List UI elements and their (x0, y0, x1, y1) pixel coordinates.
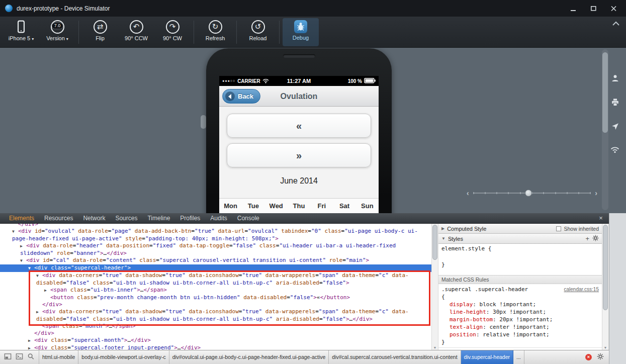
close-brace: } (441, 338, 599, 346)
gear-icon[interactable] (592, 235, 599, 242)
wifi-icon (262, 76, 269, 85)
collapsed-arrow-icon[interactable]: ▶ (20, 243, 26, 250)
slider-tick (508, 192, 509, 194)
breadcrumb-item[interactable]: body.ui-mobile-viewport.ui-overlay-c (78, 350, 169, 364)
weekday-cell: Tue (242, 202, 264, 213)
scroll-down-arrow-icon[interactable]: ▼ (602, 346, 608, 349)
css-property[interactable]: line-height: 30px !important; (441, 308, 599, 316)
user-icon[interactable] (611, 74, 619, 84)
devtools-tab-timeline[interactable]: Timeline (142, 213, 175, 224)
element-style-rule[interactable]: element.style { (438, 244, 602, 252)
settings-gear-icon[interactable] (597, 353, 604, 362)
expanded-arrow-icon[interactable]: ▼ (20, 257, 26, 264)
refresh-label: Refresh (206, 36, 225, 41)
refresh-icon: ↻ (209, 20, 222, 34)
zoom-slider: ‹ › (467, 189, 597, 198)
breadcrumb-item[interactable]: html.ui-mobile (39, 350, 78, 364)
devtools-tab-console[interactable]: Console (232, 213, 264, 224)
wifi-signal-icon[interactable] (610, 146, 619, 155)
computed-style-section-header[interactable]: ▶ Computed Style Show inherited (438, 224, 602, 234)
flip-button[interactable]: ⇄ Flip (82, 18, 118, 46)
dock-panel-button[interactable] (4, 353, 12, 362)
version-badge: 7.0 (52, 23, 63, 29)
slider-tick (520, 192, 521, 194)
version-select-button[interactable]: 7.0 Version▾ (39, 18, 75, 46)
toolbar-separator (279, 21, 280, 44)
zoom-slider-track[interactable] (473, 193, 591, 194)
breadcrumb-item[interactable]: div#cal.supercal.carousel-vertical.trans… (329, 350, 461, 364)
reload-label: Reload (249, 36, 267, 41)
css-property[interactable]: text-align: center !important; (441, 323, 599, 331)
devtools-tab-network[interactable]: Network (78, 213, 110, 224)
zoom-slider-handle[interactable] (525, 190, 532, 197)
breadcrumb-item[interactable]: ... (513, 350, 524, 364)
resize-grip[interactable] (201, 115, 206, 129)
css-property[interactable]: position: relative !important; (441, 331, 599, 338)
css-rule-selector[interactable]: .supercal .supercal-header (441, 286, 528, 293)
device-select-button[interactable]: iPhone 5▾ (3, 18, 39, 46)
breadcrumb-item[interactable]: div.supercal-header (461, 350, 513, 364)
minimize-button[interactable] (570, 6, 577, 12)
prev-month-button[interactable]: « (227, 114, 371, 138)
rotate-ccw-button[interactable]: ↶ 90° CCW (118, 18, 154, 46)
scroll-down-arrow-icon[interactable]: ▼ (432, 346, 438, 349)
canvas-scrollbar-thumb[interactable] (602, 52, 608, 133)
devtools-tab-profiles[interactable]: Profiles (175, 213, 205, 224)
new-style-rule-button[interactable]: + (585, 235, 589, 242)
battery-icon (364, 76, 376, 85)
canvas-scrollbar[interactable] (602, 49, 608, 210)
collapsed-arrow-icon[interactable]: ▶ (28, 345, 34, 350)
error-count-badge[interactable]: × (585, 354, 592, 360)
stylesheet-link[interactable]: calendar.css:15 (564, 286, 599, 293)
expanded-arrow-icon[interactable]: ▼ (12, 228, 18, 235)
console-toggle-button[interactable] (16, 353, 23, 362)
next-month-button[interactable]: » (227, 143, 371, 167)
location-arrow-icon[interactable] (611, 122, 619, 133)
tree-node[interactable]: ▼<div id="cal" data-role="content" class… (0, 257, 431, 264)
styles-scrollbar-thumb[interactable] (603, 225, 608, 310)
devtools-tab-sources[interactable]: Sources (110, 213, 142, 224)
code-text: </div> (34, 330, 54, 336)
search-icon[interactable] (27, 353, 35, 362)
refresh-button[interactable]: ↻ Refresh (197, 18, 233, 46)
elements-scrollbar-thumb[interactable] (432, 225, 437, 260)
back-button[interactable]: Back (222, 89, 260, 104)
collapse-toolbar-button[interactable] (612, 19, 620, 28)
devtools-tab-audits[interactable]: Audits (205, 213, 232, 224)
weekday-cell: Mon (219, 202, 242, 213)
tree-node[interactable]: ▼<div id="ovulcal" data-role="page" data… (0, 228, 431, 242)
styles-section-header[interactable]: ▼ Styles + (438, 234, 602, 244)
collapsed-arrow-icon[interactable]: ▶ (28, 337, 34, 344)
version-icon: 7.0 (51, 20, 64, 34)
devtools-tab-resources[interactable]: Resources (39, 213, 78, 224)
close-button[interactable] (610, 6, 617, 12)
css-property[interactable]: display: block !important; (441, 301, 599, 308)
slider-tick (567, 192, 568, 194)
reload-button[interactable]: ↺ Reload (240, 18, 276, 46)
tree-node[interactable]: ▶<div data-role="header" data-position="… (0, 242, 431, 257)
element-style-close: } (438, 260, 602, 268)
tree-node[interactable]: </div> (0, 330, 431, 337)
devtools-close-button[interactable]: × (597, 213, 605, 223)
tree-node[interactable]: ▶<div class="supercal-footer input-prepe… (0, 344, 431, 350)
show-inherited-checkbox[interactable] (556, 226, 561, 231)
breadcrumb-item[interactable]: div#ovulcal.ui-page.ui-body-c.ui-page-he… (169, 350, 329, 364)
maximize-button[interactable] (590, 6, 597, 12)
styles-scrollbar[interactable]: ▼ (602, 224, 609, 350)
devtools-tab-elements[interactable]: Elements (4, 213, 39, 224)
reload-icon: ↺ (251, 20, 265, 34)
css-property[interactable]: margin-bottom: 20px !important; (441, 316, 599, 323)
toolbar-separator (236, 21, 237, 44)
slider-right-arrow[interactable]: › (595, 189, 597, 198)
printer-icon[interactable] (611, 98, 619, 109)
tree-node[interactable]: ▶<div class="supercal-month">…</div> (0, 337, 431, 344)
flip-label: Flip (96, 36, 105, 41)
slider-left-arrow[interactable]: ‹ (467, 189, 469, 198)
elements-scrollbar[interactable]: ▼ (431, 224, 438, 350)
rotate-ccw-icon: ↶ (130, 20, 143, 34)
debug-button[interactable]: Debug (283, 18, 319, 46)
devtools-panel: ElementsResourcesNetworkSourcesTimelineP… (0, 213, 609, 364)
tree-node[interactable]: </div> (0, 224, 431, 228)
rotate-cw-button[interactable]: ↷ 90° CW (154, 18, 191, 46)
open-brace: { (488, 245, 492, 252)
